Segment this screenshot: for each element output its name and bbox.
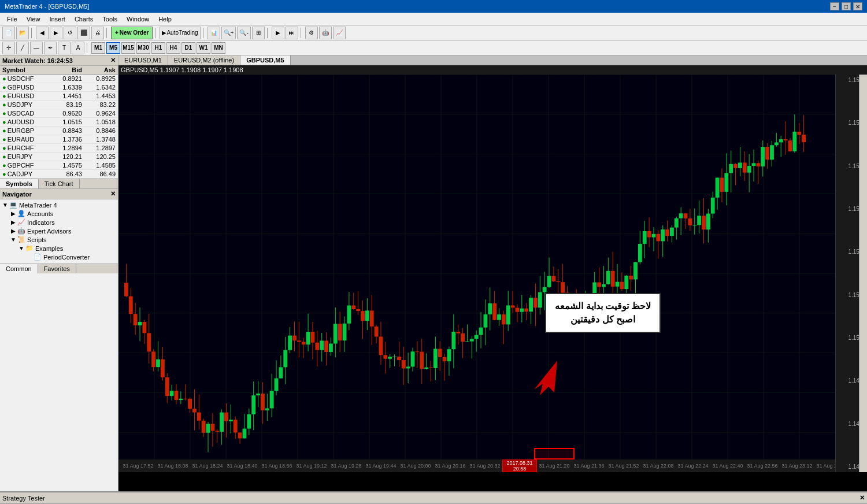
tester-close[interactable]: ✕ bbox=[859, 494, 865, 502]
nav-accounts[interactable]: ▶ 👤 Accounts bbox=[1, 209, 117, 218]
expand-icon: ▼ bbox=[1, 202, 9, 208]
tf-d1[interactable]: D1 bbox=[181, 42, 195, 54]
arrow-btn[interactable]: A bbox=[72, 42, 84, 54]
step-button[interactable]: ⏭ bbox=[286, 27, 298, 39]
market-watch-row[interactable]: ●EURJPY120.21120.25 bbox=[0, 153, 118, 161]
time-label: 31 Aug 22:24 bbox=[676, 463, 710, 469]
tf-mn[interactable]: MN bbox=[212, 42, 225, 54]
back-button[interactable]: ◀ bbox=[36, 27, 49, 39]
nav-examples[interactable]: ▼ 📁 Examples bbox=[1, 244, 117, 253]
chart-symbol-info: GBPUSD,M5 1.1907 1.1908 1.1907 1.1908 bbox=[121, 66, 243, 73]
mw-tab-tick[interactable]: Tick Chart bbox=[39, 179, 80, 188]
refresh-button[interactable]: ↺ bbox=[64, 27, 76, 39]
open-button[interactable]: 📂 bbox=[16, 27, 29, 39]
hline-btn[interactable]: — bbox=[30, 42, 43, 54]
tf-w1[interactable]: W1 bbox=[197, 42, 210, 54]
time-label: 31 Aug 17:52 bbox=[121, 463, 155, 469]
tab-eurusd-m1[interactable]: EURUSD,M1 bbox=[118, 55, 168, 65]
forward-button[interactable]: ▶ bbox=[50, 27, 62, 39]
indicator-button[interactable]: 📈 bbox=[333, 27, 346, 39]
market-watch-row[interactable]: ●EURCHF1.28941.2897 bbox=[0, 144, 118, 153]
menu-view[interactable]: View bbox=[22, 14, 45, 24]
annotation-line2: اصبح كل دقيقتين bbox=[555, 313, 651, 326]
new-order-button[interactable]: + New Order bbox=[111, 27, 153, 39]
market-watch-close[interactable]: ✕ bbox=[110, 57, 116, 64]
minimize-button[interactable]: − bbox=[830, 2, 839, 10]
market-watch-row[interactable]: ●GBPCHF1.45751.4585 bbox=[0, 161, 118, 170]
nav-expert-advisors[interactable]: ▶ 🤖 Expert Advisors bbox=[1, 227, 117, 235]
separator-3 bbox=[155, 28, 157, 38]
separator-6 bbox=[301, 28, 303, 38]
crosshair-btn[interactable]: ✛ bbox=[2, 42, 15, 54]
time-label: 2017.08.31 20:58 bbox=[502, 459, 537, 472]
nav-metatrader4-label: MetaTrader 4 bbox=[19, 202, 57, 209]
settings-button[interactable]: ⚙ bbox=[305, 27, 318, 39]
menu-tools[interactable]: Tools bbox=[98, 14, 122, 24]
market-watch-row[interactable]: ●GBPUSD1.63391.6342 bbox=[0, 83, 118, 92]
new-button[interactable]: 📄 bbox=[2, 27, 15, 39]
col-ask: Ask bbox=[84, 66, 118, 75]
accounts-icon: 👤 bbox=[17, 210, 25, 217]
annotation-box: لاحظ توقيت بداية الشمعه اصبح كل دقيقتين bbox=[545, 293, 661, 333]
draw-btn[interactable]: ✒ bbox=[44, 42, 57, 54]
nav-indicators[interactable]: ▶ 📈 Indicators bbox=[1, 218, 117, 227]
time-label: 31 Aug 23:28 bbox=[814, 463, 835, 469]
chart-symbol-header: GBPUSD,M5 1.1907 1.1908 1.1907 1.1908 bbox=[118, 65, 867, 75]
sep-tf bbox=[87, 43, 89, 53]
chart-bar-button[interactable]: 📊 bbox=[208, 27, 220, 39]
tf-m15[interactable]: M15 bbox=[121, 42, 135, 54]
text-btn[interactable]: T bbox=[58, 42, 71, 54]
play-button[interactable]: ▶ bbox=[272, 27, 284, 39]
autotrading-icon: ▶ bbox=[162, 29, 166, 36]
market-watch-row[interactable]: ●USDJPY83.1983.22 bbox=[0, 101, 118, 109]
nav-scripts[interactable]: ▼ 📜 Scripts bbox=[1, 235, 117, 244]
market-watch-row[interactable]: ●EURAUD1.37361.3748 bbox=[0, 135, 118, 144]
market-watch-row[interactable]: ●EURUSD1.44511.4453 bbox=[0, 92, 118, 101]
mw-tab-symbols[interactable]: Symbols bbox=[0, 179, 39, 188]
zoom-out-button[interactable]: 🔍- bbox=[237, 27, 250, 39]
navigator-close[interactable]: ✕ bbox=[110, 190, 116, 198]
grid-button[interactable]: ⊞ bbox=[252, 27, 265, 39]
close-button[interactable]: ✕ bbox=[853, 2, 862, 10]
autotrading-button[interactable]: ▶ AutoTrading bbox=[160, 27, 200, 39]
menu-bar: File View Insert Charts Tools Window Hel… bbox=[0, 13, 867, 25]
computer-icon: 💻 bbox=[9, 201, 17, 209]
chart-scrollbar-right[interactable] bbox=[859, 75, 867, 472]
tester-header: Strategy Tester ✕ bbox=[0, 492, 867, 504]
market-watch-row[interactable]: ●AUDUSD1.05151.0518 bbox=[0, 118, 118, 127]
tf-h4[interactable]: H4 bbox=[166, 42, 180, 54]
accounts-expand: ▶ bbox=[9, 210, 17, 217]
menu-insert[interactable]: Insert bbox=[45, 14, 70, 24]
time-label: 31 Aug 22:56 bbox=[745, 463, 780, 469]
menu-help[interactable]: Help bbox=[154, 14, 176, 24]
stop-button[interactable]: ⬛ bbox=[77, 27, 90, 39]
line-btn[interactable]: ╱ bbox=[16, 42, 29, 54]
tab-eurusd-m2[interactable]: EURUSD,M2 (offline) bbox=[168, 55, 240, 65]
menu-file[interactable]: File bbox=[2, 14, 22, 24]
nav-scripts-label: Scripts bbox=[27, 236, 47, 243]
tf-m5[interactable]: M5 bbox=[106, 42, 120, 54]
tf-h1[interactable]: H1 bbox=[151, 42, 165, 54]
tab-gbpusd-m5[interactable]: GBPUSD,M5 bbox=[240, 55, 290, 65]
nav-tab-favorites[interactable]: Favorites bbox=[38, 264, 76, 273]
nav-metatrader4[interactable]: ▼ 💻 MetaTrader 4 bbox=[1, 201, 117, 209]
toolbar-timeframes: ✛ ╱ — ✒ T A M1 M5 M15 M30 H1 H4 D1 W1 MN bbox=[0, 40, 867, 55]
zoom-in-button[interactable]: 🔍+ bbox=[221, 27, 236, 39]
separator-5 bbox=[267, 28, 269, 38]
scripts-expand: ▼ bbox=[9, 236, 17, 243]
menu-charts[interactable]: Charts bbox=[70, 14, 98, 24]
tf-m1[interactable]: M1 bbox=[91, 42, 105, 54]
menu-window[interactable]: Window bbox=[122, 14, 154, 24]
market-watch-row[interactable]: ●EURGBP0.88430.8846 bbox=[0, 127, 118, 135]
window-controls: − □ ✕ bbox=[830, 2, 862, 10]
market-watch-row[interactable]: ●CADJPY86.4386.49 bbox=[0, 170, 118, 179]
tf-m30[interactable]: M30 bbox=[136, 42, 150, 54]
market-watch-row[interactable]: ●USDCAD0.96200.9624 bbox=[0, 109, 118, 118]
nav-tab-common[interactable]: Common bbox=[0, 264, 38, 273]
print-button[interactable]: 🖨 bbox=[91, 27, 104, 39]
expert-button[interactable]: 🤖 bbox=[319, 27, 332, 39]
market-watch-row[interactable]: ●USDCHF0.89210.8925 bbox=[0, 75, 118, 83]
chart-area: EURUSD,M1 EURUSD,M2 (offline) GBPUSD,M5 … bbox=[118, 55, 867, 491]
nav-period-converter[interactable]: 📄 PeriodConverter bbox=[1, 253, 117, 261]
maximize-button[interactable]: □ bbox=[842, 2, 851, 10]
